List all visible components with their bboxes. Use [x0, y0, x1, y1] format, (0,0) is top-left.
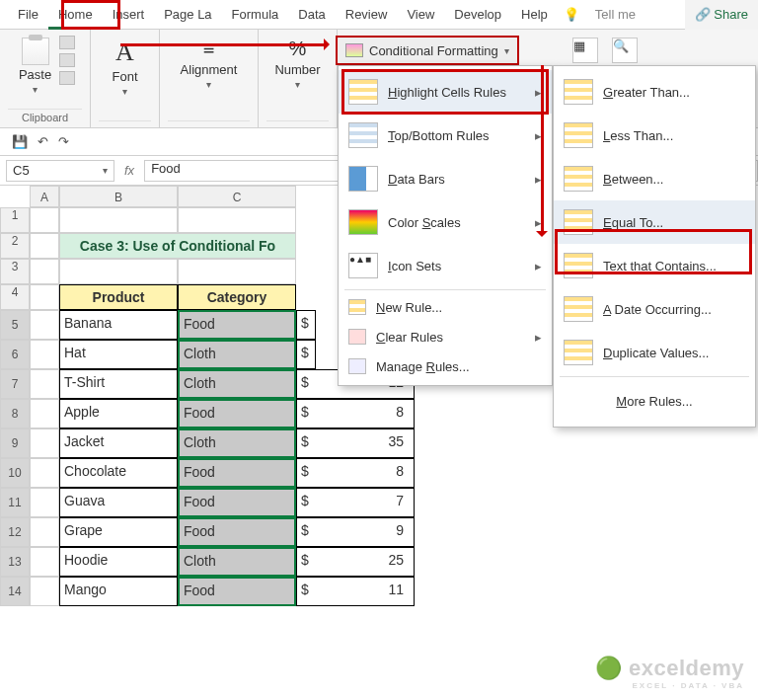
save-icon[interactable]: 💾 — [12, 134, 28, 149]
cell-price[interactable]: $25 — [296, 547, 415, 577]
cell[interactable] — [30, 340, 59, 369]
cell-product[interactable]: Banana — [59, 310, 178, 340]
row-header[interactable]: 5 — [0, 310, 30, 340]
cell[interactable] — [30, 488, 59, 517]
undo-icon[interactable]: ↶ — [38, 134, 48, 149]
row-header[interactable]: 10 — [0, 458, 30, 488]
cell-product[interactable]: Guava — [59, 488, 178, 517]
format-painter-icon[interactable] — [59, 71, 75, 85]
ribbon-button[interactable]: ▦ — [572, 38, 598, 63]
tab-file[interactable]: File — [8, 0, 48, 30]
menu-less-than[interactable]: Less Than... — [554, 114, 755, 157]
cell[interactable] — [30, 458, 59, 488]
cell-product[interactable]: Jacket — [59, 428, 178, 458]
tab-develop[interactable]: Develop — [444, 0, 511, 30]
header-category[interactable]: Category — [178, 284, 296, 310]
tab-data[interactable]: Data — [288, 0, 335, 30]
cell[interactable] — [30, 428, 59, 458]
cell-category[interactable]: Food — [178, 577, 296, 606]
tab-page-layout[interactable]: Page La — [154, 0, 221, 30]
tab-formula[interactable]: Formula — [222, 0, 289, 30]
title-cell[interactable]: Case 3: Use of Conditional Fo — [59, 233, 296, 259]
cell[interactable] — [30, 577, 59, 606]
cell-category[interactable]: Cloth — [178, 369, 296, 399]
row-header[interactable]: 3 — [0, 259, 30, 284]
cell-product[interactable]: Grape — [59, 517, 178, 547]
name-box[interactable]: C5 ▾ — [6, 160, 114, 182]
cut-icon[interactable] — [59, 36, 75, 49]
cell-product[interactable]: Apple — [59, 399, 178, 428]
cell[interactable] — [30, 547, 59, 577]
col-header-c[interactable]: C — [178, 186, 296, 207]
row-header[interactable]: 2 — [0, 233, 30, 259]
cell-category[interactable]: Cloth — [178, 547, 296, 577]
cell-price[interactable]: $9 — [296, 517, 415, 547]
cell-product[interactable]: T-Shirt — [59, 369, 178, 399]
tab-insert[interactable]: Insert — [103, 0, 155, 30]
cell-price[interactable]: $ — [296, 310, 316, 340]
menu-color-scales[interactable]: Color Scales ▸ — [339, 200, 552, 244]
cell[interactable] — [30, 207, 59, 233]
menu-highlight-cells-rules[interactable]: Highlight Cells Rules ▸ — [339, 70, 552, 114]
cell-price[interactable]: $7 — [296, 488, 415, 517]
row-header[interactable]: 9 — [0, 428, 30, 458]
menu-equal-to[interactable]: Equal To... — [554, 200, 755, 244]
tab-help[interactable]: Help — [511, 0, 558, 30]
cell-product[interactable]: Hoodie — [59, 547, 178, 577]
menu-between[interactable]: Between... — [554, 157, 755, 200]
col-header-a[interactable]: A — [30, 186, 59, 207]
col-header-b[interactable]: B — [59, 186, 178, 207]
cell[interactable] — [30, 369, 59, 399]
row-header[interactable]: 11 — [0, 488, 30, 517]
row-header[interactable]: 7 — [0, 369, 30, 399]
cell[interactable] — [30, 399, 59, 428]
menu-more-rules[interactable]: More Rules... — [554, 379, 755, 423]
cell-product[interactable]: Hat — [59, 340, 178, 369]
tell-me[interactable]: Tell me — [585, 0, 645, 30]
menu-data-bars[interactable]: Data Bars ▸ — [339, 157, 552, 200]
cell-category[interactable]: Food — [178, 310, 296, 340]
cell-category[interactable]: Food — [178, 399, 296, 428]
header-product[interactable]: Product — [59, 284, 178, 310]
cell-price[interactable]: $35 — [296, 428, 415, 458]
cell[interactable] — [178, 207, 296, 233]
cell-category[interactable]: Cloth — [178, 428, 296, 458]
cell[interactable] — [30, 259, 59, 284]
tab-view[interactable]: View — [397, 0, 444, 30]
redo-icon[interactable]: ↷ — [58, 134, 69, 149]
cell[interactable] — [178, 259, 296, 284]
cell-product[interactable]: Chocolate — [59, 458, 178, 488]
row-header[interactable]: 1 — [0, 207, 30, 233]
cell[interactable] — [59, 259, 178, 284]
cell[interactable] — [30, 517, 59, 547]
cell[interactable] — [30, 233, 59, 259]
share-button[interactable]: 🔗 Share — [685, 0, 758, 30]
row-header[interactable]: 4 — [0, 284, 30, 310]
cell-price[interactable]: $11 — [296, 577, 415, 606]
menu-top-bottom-rules[interactable]: Top/Bottom Rules ▸ — [339, 114, 552, 157]
menu-manage-rules[interactable]: Manage Rules... — [339, 351, 552, 381]
menu-new-rule[interactable]: New Rule... — [339, 292, 552, 322]
cell-category[interactable]: Food — [178, 488, 296, 517]
tab-home[interactable]: Home — [48, 0, 103, 30]
paste-button[interactable]: Paste ▾ — [15, 36, 55, 97]
tab-review[interactable]: Review — [336, 0, 398, 30]
menu-duplicate-values[interactable]: Duplicate Values... — [554, 331, 755, 374]
copy-icon[interactable] — [59, 53, 75, 67]
row-header[interactable]: 8 — [0, 399, 30, 428]
cell-product[interactable]: Mango — [59, 577, 178, 606]
cell-price[interactable]: $8 — [296, 458, 415, 488]
ribbon-button[interactable]: 🔍 — [612, 38, 638, 63]
cell[interactable] — [30, 284, 59, 310]
cell-price[interactable]: $8 — [296, 399, 415, 428]
conditional-formatting-button[interactable]: Conditional Formatting ▾ — [336, 36, 519, 65]
menu-icon-sets[interactable]: ●▲■ Icon Sets ▸ — [339, 244, 552, 287]
menu-text-contains[interactable]: Text that Contains... — [554, 244, 755, 287]
cell-category[interactable]: Food — [178, 517, 296, 547]
row-header[interactable]: 6 — [0, 340, 30, 369]
menu-date-occurring[interactable]: A Date Occurring... — [554, 287, 755, 331]
menu-clear-rules[interactable]: Clear Rules ▸ — [339, 322, 552, 351]
menu-greater-than[interactable]: Greater Than... — [554, 70, 755, 114]
cell[interactable] — [30, 310, 59, 340]
cell-price[interactable]: $ — [296, 340, 316, 369]
